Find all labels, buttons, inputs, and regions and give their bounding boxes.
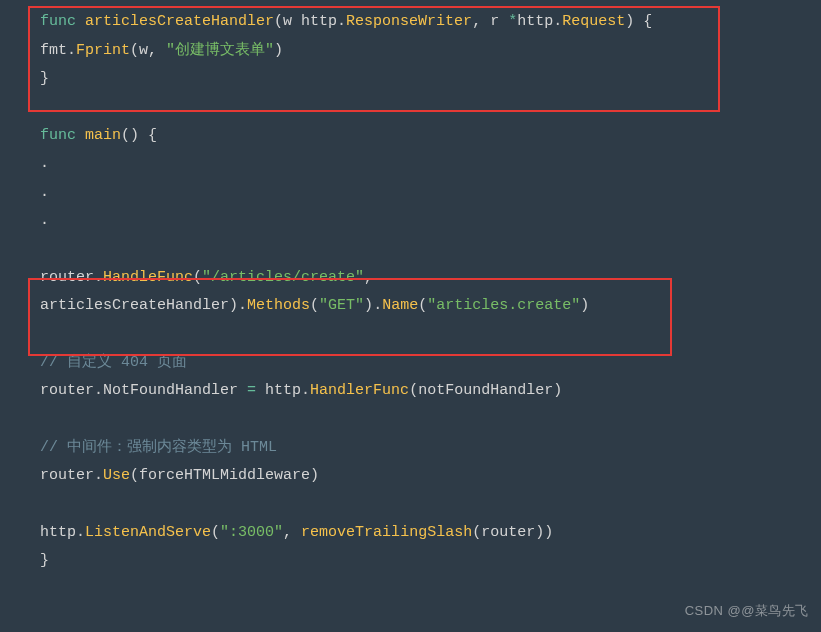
dot: .	[76, 524, 85, 541]
dot: .	[337, 13, 346, 30]
method: HandleFunc	[103, 269, 193, 286]
ellipsis: .	[40, 184, 49, 201]
code-line: func main() {	[0, 122, 821, 151]
code-line: // 中间件：强制内容类型为 HTML	[0, 434, 821, 463]
method: Fprint	[76, 42, 130, 59]
code-line: router.Use(forceHTMLMiddleware)	[0, 462, 821, 491]
dot: .	[67, 42, 76, 59]
paren: )	[364, 297, 373, 314]
code-text: http	[40, 524, 76, 541]
paren: )	[580, 297, 589, 314]
code-line	[0, 491, 821, 519]
code-line: func articlesCreateHandler(w http.Respon…	[0, 8, 821, 37]
dot: .	[238, 297, 247, 314]
code-line: }	[0, 547, 821, 576]
dot: .	[301, 382, 310, 399]
code-text: NotFoundHandler	[103, 382, 247, 399]
comment: // 中间件：强制内容类型为 HTML	[40, 439, 277, 456]
code-text: articlesCreateHandler)	[40, 297, 238, 314]
type: Request	[562, 13, 625, 30]
method: HandlerFunc	[310, 382, 409, 399]
code-text: )	[274, 42, 283, 59]
paren: (	[418, 297, 427, 314]
code-line: router.NotFoundHandler = http.HandlerFun…	[0, 377, 821, 406]
keyword: func	[40, 13, 76, 30]
code-text: ,	[283, 524, 301, 541]
code-text: http	[256, 382, 301, 399]
dot: .	[94, 269, 103, 286]
string: "articles.create"	[427, 297, 580, 314]
method: ListenAndServe	[85, 524, 211, 541]
code-line: }	[0, 65, 821, 94]
operator: *	[508, 13, 517, 30]
code-text: ,	[364, 269, 373, 286]
code-text: () {	[121, 127, 157, 144]
code-line: .	[0, 207, 821, 236]
code-text: router	[40, 269, 94, 286]
code-line	[0, 321, 821, 349]
dot: .	[94, 382, 103, 399]
dot: .	[94, 467, 103, 484]
method: Methods	[247, 297, 310, 314]
code-text: (w,	[130, 42, 166, 59]
code-line	[0, 406, 821, 434]
code-text: fmt	[40, 42, 67, 59]
paren: (	[193, 269, 202, 286]
string: "/articles/create"	[202, 269, 364, 286]
function-name: articlesCreateHandler	[85, 13, 274, 30]
code-text: ) {	[625, 13, 652, 30]
paren: (	[211, 524, 220, 541]
code-line: .	[0, 150, 821, 179]
code-line: http.ListenAndServe(":3000", removeTrail…	[0, 519, 821, 548]
code-text: router	[40, 382, 94, 399]
code-line: fmt.Fprint(w, "创建博文表单")	[0, 37, 821, 66]
code-line	[0, 236, 821, 264]
code-text: (forceHTMLMiddleware)	[130, 467, 319, 484]
code-text: (w http	[274, 13, 337, 30]
code-line: articlesCreateHandler).Methods("GET").Na…	[0, 292, 821, 321]
comment: // 自定义 404 页面	[40, 354, 187, 371]
method: Use	[103, 467, 130, 484]
function-call: removeTrailingSlash	[301, 524, 472, 541]
code-text: (notFoundHandler)	[409, 382, 562, 399]
keyword: func	[40, 127, 76, 144]
type: ResponseWriter	[346, 13, 472, 30]
watermark-text: CSDN @@菜鸟先飞	[685, 599, 809, 624]
code-text: }	[40, 70, 49, 87]
code-text: http	[517, 13, 553, 30]
code-line: router.HandleFunc("/articles/create",	[0, 264, 821, 293]
code-text: router	[40, 467, 94, 484]
code-line	[0, 94, 821, 122]
ellipsis: .	[40, 212, 49, 229]
dot: .	[373, 297, 382, 314]
code-text: (router))	[472, 524, 553, 541]
function-name: main	[85, 127, 121, 144]
code-text: , r	[472, 13, 508, 30]
code-line: .	[0, 179, 821, 208]
string: "GET"	[319, 297, 364, 314]
string: ":3000"	[220, 524, 283, 541]
code-line: // 自定义 404 页面	[0, 349, 821, 378]
method: Name	[382, 297, 418, 314]
ellipsis: .	[40, 155, 49, 172]
code-text: }	[40, 552, 49, 569]
string: "创建博文表单"	[166, 42, 274, 59]
operator: =	[247, 382, 256, 399]
dot: .	[553, 13, 562, 30]
code-block: func articlesCreateHandler(w http.Respon…	[0, 0, 821, 576]
paren: (	[310, 297, 319, 314]
